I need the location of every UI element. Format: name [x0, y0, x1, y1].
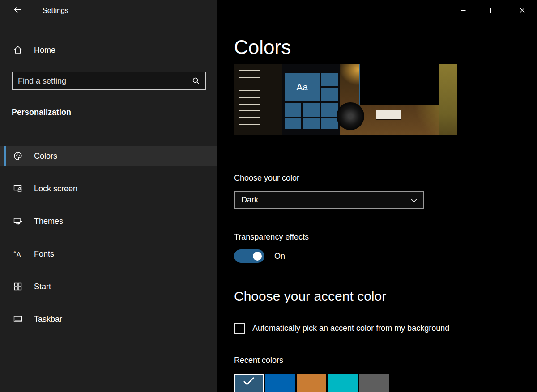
- settings-sidebar: Settings Home Personalization Colors: [0, 0, 217, 392]
- minimize-icon: [461, 8, 466, 13]
- personalization-nav: Colors Lock screen The: [0, 146, 217, 342]
- auto-accent-row: Automatically pick an accent color from …: [234, 323, 449, 334]
- section-heading: Personalization: [12, 108, 71, 117]
- palette-icon: [13, 151, 23, 161]
- start-icon: [13, 282, 23, 291]
- sidebar-item-lock-screen[interactable]: Lock screen: [0, 179, 217, 198]
- sidebar-item-label: Colors: [34, 152, 57, 161]
- toggle-state-label: On: [274, 252, 285, 261]
- sidebar-item-label: Themes: [34, 217, 63, 226]
- preview-menu-lines: [239, 70, 260, 130]
- recent-color-swatch[interactable]: [297, 374, 326, 392]
- search-box[interactable]: [12, 72, 206, 90]
- back-button[interactable]: [11, 4, 25, 17]
- svg-text:A: A: [17, 251, 21, 258]
- recent-color-swatch[interactable]: [234, 374, 264, 392]
- preview-sample-tile: Aa: [285, 73, 320, 101]
- content-pane: Colors Aa Choose your color Dark Transpa…: [217, 0, 537, 392]
- preview-start-tiles: Aa: [282, 64, 340, 135]
- preview-app-window: [359, 64, 439, 105]
- toggle-knob: [253, 252, 262, 261]
- sidebar-item-colors[interactable]: Colors: [0, 146, 217, 166]
- sidebar-item-label: Lock screen: [34, 184, 77, 194]
- sidebar-item-label: Fonts: [34, 249, 54, 259]
- checkmark-icon: [243, 377, 255, 386]
- chevron-down-icon: [411, 195, 417, 205]
- sidebar-item-start[interactable]: Start: [0, 277, 217, 296]
- sidebar-item-themes[interactable]: Themes: [0, 211, 217, 231]
- fonts-icon: A A: [13, 249, 23, 259]
- transparency-label: Transparency effects: [234, 232, 309, 242]
- sidebar-item-label: Start: [34, 282, 51, 291]
- recent-color-swatch[interactable]: [265, 374, 295, 392]
- preview-settings-panel: [234, 64, 282, 135]
- sidebar-item-fonts[interactable]: A A Fonts: [0, 244, 217, 264]
- selection-indicator: [4, 146, 6, 166]
- sidebar-item-home[interactable]: Home: [0, 41, 217, 59]
- lock-screen-icon: [13, 184, 23, 194]
- auto-accent-checkbox[interactable]: [234, 323, 245, 334]
- search-icon[interactable]: [192, 77, 200, 85]
- recent-colors-row: [234, 374, 389, 392]
- colors-preview: Aa: [234, 64, 457, 135]
- page-title: Colors: [234, 38, 291, 57]
- maximize-button[interactable]: [478, 0, 507, 21]
- back-arrow-icon: [13, 4, 23, 17]
- transparency-toggle[interactable]: [234, 249, 264, 263]
- choose-color-label: Choose your color: [234, 173, 299, 183]
- svg-text:A: A: [13, 250, 16, 254]
- recent-color-swatch[interactable]: [359, 374, 389, 392]
- sidebar-item-label: Taskbar: [34, 315, 62, 324]
- preview-desktop-photo: [340, 64, 457, 135]
- close-button[interactable]: [507, 0, 537, 21]
- taskbar-icon: [13, 314, 23, 324]
- home-icon: [13, 45, 23, 55]
- auto-accent-label: Automatically pick an accent color from …: [252, 324, 449, 333]
- search-input[interactable]: [13, 72, 192, 89]
- transparency-row: On: [234, 249, 285, 263]
- close-icon: [520, 8, 525, 13]
- app-title: Settings: [43, 7, 68, 15]
- accent-heading: Choose your accent color: [234, 289, 386, 304]
- sidebar-item-taskbar[interactable]: Taskbar: [0, 309, 217, 329]
- themes-icon: [13, 216, 23, 226]
- dropdown-value: Dark: [241, 195, 258, 205]
- preview-record-disc: [337, 102, 364, 130]
- preview-device: [376, 110, 401, 119]
- sample-text: Aa: [296, 82, 308, 93]
- choose-color-dropdown[interactable]: Dark: [234, 191, 424, 209]
- recent-color-swatch[interactable]: [328, 374, 358, 392]
- sidebar-item-label: Home: [34, 46, 55, 55]
- maximize-icon: [490, 8, 495, 13]
- minimize-button[interactable]: [448, 0, 478, 21]
- recent-colors-label: Recent colors: [234, 356, 283, 365]
- window-controls: [448, 0, 537, 21]
